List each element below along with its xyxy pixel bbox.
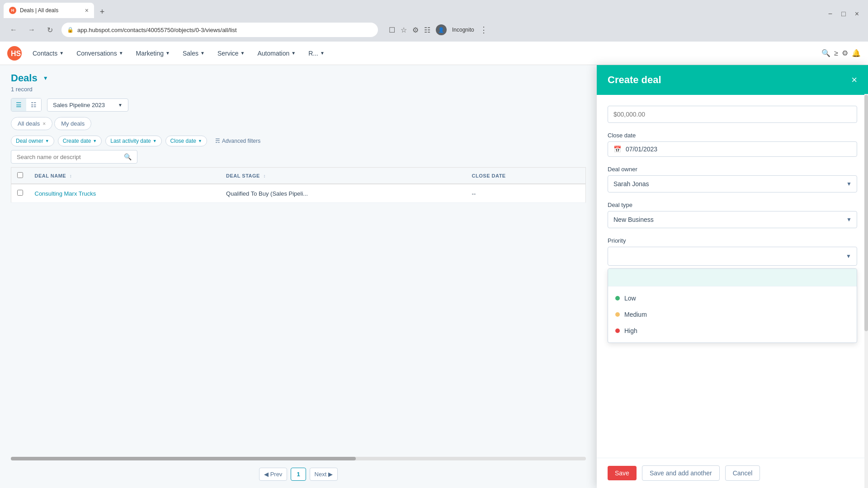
pipeline-select[interactable]: Sales Pipeline 2023 ▼	[47, 99, 128, 112]
profile-avatar[interactable]: 👤	[436, 24, 447, 35]
deals-title-row: Deals ▼	[11, 72, 586, 84]
select-all-checkbox[interactable]	[17, 172, 23, 178]
high-dot-icon	[615, 328, 620, 333]
board-view-button[interactable]: ☷	[26, 99, 41, 111]
my-deals-label: My deals	[61, 120, 85, 127]
row-checkbox-cell	[11, 184, 29, 203]
all-deals-close-icon[interactable]: ×	[42, 121, 46, 127]
select-all-checkbox-cell	[11, 168, 29, 184]
priority-select[interactable]: ▼	[608, 247, 857, 266]
table-filters: Deal owner ▼ Create date ▼ Last activity…	[11, 136, 586, 146]
nav-service[interactable]: Service ▼	[212, 47, 250, 60]
bookmark-icon[interactable]: ☆	[401, 26, 407, 34]
url-text: app.hubspot.com/contacts/40055750/object…	[77, 27, 373, 33]
deal-name-sort-icon[interactable]: ↕	[70, 174, 72, 178]
search-bar: 🔍	[0, 150, 597, 164]
create-date-filter[interactable]: Create date ▼	[58, 136, 102, 146]
search-input[interactable]	[17, 154, 120, 160]
tab-close-icon[interactable]: ×	[85, 7, 89, 14]
panel-header: Create deal ×	[597, 65, 868, 95]
last-activity-filter[interactable]: Last activity date ▼	[105, 136, 161, 146]
nav-contacts[interactable]: Contacts ▼	[27, 47, 69, 60]
last-activity-label: Last activity date	[110, 138, 151, 144]
hubspot-logo[interactable]: HS	[7, 46, 22, 61]
panel-close-button[interactable]: ×	[851, 75, 857, 85]
my-deals-tab[interactable]: My deals	[54, 117, 91, 130]
next-label: Next	[315, 471, 327, 478]
option-low[interactable]: Low	[608, 290, 857, 306]
back-button[interactable]: ←	[7, 23, 20, 36]
save-button[interactable]: Save	[608, 466, 637, 480]
horizontal-scrollbar-thumb[interactable]	[11, 457, 356, 460]
address-field[interactable]: 🔒 app.hubspot.com/contacts/40055750/obje…	[61, 23, 378, 37]
nav-right-actions: 🔍 ≥ ⚙ 🔔	[821, 49, 861, 57]
new-tab-button[interactable]: +	[96, 5, 108, 18]
filter-tabs: All deals × My deals	[11, 117, 586, 130]
cancel-button[interactable]: Cancel	[725, 465, 760, 481]
deals-dropdown-icon[interactable]: ▼	[43, 75, 48, 81]
lock-icon: 🔒	[67, 27, 74, 33]
deal-name-cell: Consulting Marx Trucks	[29, 184, 221, 203]
priority-dropdown: Low Medium High	[608, 268, 857, 343]
deals-title: Deals	[11, 72, 38, 84]
deal-type-select[interactable]: New Business	[608, 211, 857, 228]
nav-sales[interactable]: Sales ▼	[177, 47, 210, 60]
refresh-button[interactable]: ↻	[43, 23, 56, 36]
tab-bar: H Deals | All deals × + − □ ×	[0, 0, 868, 18]
horizontal-scrollbar[interactable]	[11, 457, 586, 460]
nav-contacts-label: Contacts	[33, 50, 57, 57]
low-dot-icon	[615, 296, 620, 300]
nav-conversations[interactable]: Conversations ▼	[71, 47, 128, 60]
close-date-filter[interactable]: Close date ▼	[165, 136, 207, 146]
option-high[interactable]: High	[608, 323, 857, 339]
active-tab[interactable]: H Deals | All deals ×	[4, 3, 94, 18]
nav-automation[interactable]: Automation ▼	[252, 47, 301, 60]
deal-owner-filter[interactable]: Deal owner ▼	[11, 136, 54, 146]
nav-marketing[interactable]: Marketing ▼	[131, 47, 175, 60]
panel-title: Create deal	[608, 74, 661, 86]
option-medium[interactable]: Medium	[608, 306, 857, 323]
all-deals-tab[interactable]: All deals ×	[11, 117, 52, 130]
nav-settings-icon[interactable]: ⚙	[842, 49, 848, 57]
window-minimize-button[interactable]: −	[828, 10, 832, 18]
layout-icon[interactable]: ☷	[424, 26, 430, 34]
list-view-button[interactable]: ☰	[11, 99, 26, 111]
row-checkbox[interactable]	[17, 190, 23, 196]
option-low-label: Low	[624, 295, 636, 302]
save-and-add-button[interactable]: Save and add another	[642, 465, 720, 481]
deal-owner-chevron-icon: ▼	[45, 139, 49, 143]
cast-icon[interactable]: ☐	[389, 26, 395, 34]
calendar-icon: 📅	[613, 145, 621, 153]
contacts-chevron-icon: ▼	[59, 51, 64, 56]
nav-notifications-icon[interactable]: 🔔	[852, 49, 861, 57]
close-date-field-group: Close date 📅	[608, 132, 857, 157]
nav-search-icon[interactable]: 🔍	[821, 49, 830, 57]
deal-name-link[interactable]: Consulting Marx Trucks	[35, 190, 96, 197]
nav-help-icon[interactable]: ≥	[834, 49, 838, 57]
reports-chevron-icon: ▼	[320, 51, 325, 56]
records-count-label: 1 record	[11, 86, 33, 93]
dropdown-search-input[interactable]	[613, 274, 851, 281]
deal-name-header: DEAL NAME ↕	[29, 168, 221, 184]
extension-icon[interactable]: ⚙	[412, 26, 419, 34]
nav-reports[interactable]: R... ▼	[303, 47, 330, 60]
deal-stage-sort-icon[interactable]: ↕	[263, 174, 266, 178]
forward-button[interactable]: →	[25, 23, 38, 36]
hubspot-nav: HS Contacts ▼ Conversations ▼ Marketing …	[0, 42, 868, 65]
prev-arrow-icon: ◀	[264, 471, 269, 478]
next-page-button[interactable]: Next ▶	[310, 468, 338, 481]
window-close-button[interactable]: ×	[855, 10, 859, 18]
automation-chevron-icon: ▼	[291, 51, 296, 56]
deal-owner-select[interactable]: Sarah Jonas	[608, 175, 857, 192]
search-icon: 🔍	[124, 153, 132, 160]
filter-icon: ☴	[215, 138, 220, 144]
panel-scrollbar-thumb[interactable]	[864, 95, 868, 331]
panel-scrollbar[interactable]	[864, 94, 868, 488]
advanced-filters-button[interactable]: ☴ Advanced filters	[211, 136, 265, 146]
close-date-input[interactable]	[626, 145, 851, 153]
window-maximize-button[interactable]: □	[841, 10, 846, 18]
prev-page-button[interactable]: ◀ Prev	[259, 468, 288, 481]
amount-input[interactable]	[608, 106, 857, 123]
more-menu-button[interactable]: ⋮	[480, 25, 488, 35]
deal-owner-select-wrap: Sarah Jonas ▼	[608, 175, 857, 192]
